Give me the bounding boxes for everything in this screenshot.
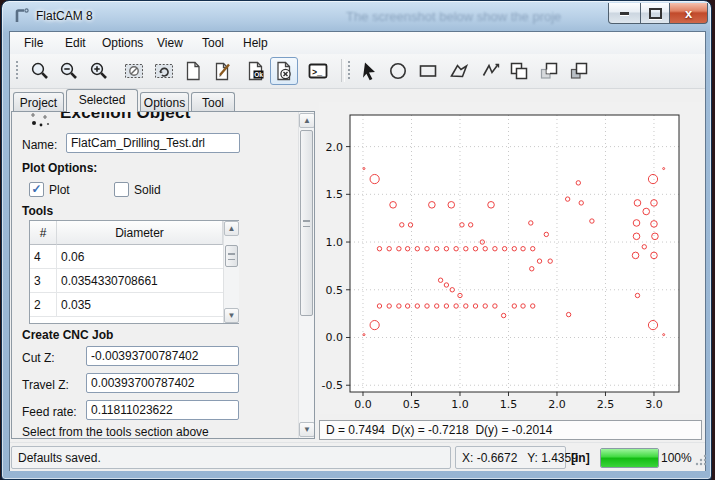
menu-edit[interactable]: Edit [61,35,90,51]
draw-polygon-button[interactable] [445,57,473,85]
cursor-coordinates: X: -0.6672 Y: 1.4359 [455,446,566,469]
minimize-button[interactable] [608,3,641,24]
command-line-icon: >_ [307,60,329,82]
progress-percent: 100% [661,451,692,465]
zoom-fit-icon [29,60,51,82]
zoom-in-icon [88,60,110,82]
draw-polygon-icon [448,60,470,82]
feedrate-label: Feed rate: [22,405,77,419]
menu-options[interactable]: Options [98,35,147,51]
svg-text:Ok: Ok [254,71,263,78]
clear-plot-icon [123,60,145,82]
tool-diameter: 0.06 [61,250,84,264]
drill-scatter-plot: 0.00.51.01.52.02.53.02.01.51.00.50.0-0.5 [319,102,703,414]
tab-selected[interactable]: Selected [66,89,138,112]
selected-tab-panel: Excellon Object Name: Plot Options: ✓ Pl… [11,111,315,439]
join-button[interactable] [565,57,593,85]
travelz-label: Travel Z: [22,378,69,392]
name-input[interactable] [66,133,240,153]
table-row[interactable]: 3 0.0354330708661 [30,269,223,293]
plot-checkbox-label[interactable]: Plot [49,183,70,197]
tools-table[interactable]: # Diameter 4 0.06 3 0.0354330708661 [29,220,239,324]
tools-label: Tools [22,204,53,218]
table-scrollbar[interactable]: ▲ ▼ [223,221,239,323]
subtract-button[interactable] [535,57,563,85]
toolbar-grip-2[interactable] [347,60,351,81]
window-controls: x [608,3,708,24]
tools-hint: Select from the tools section above [22,425,209,439]
close-button[interactable]: x [670,3,708,24]
pointer-tool-button[interactable] [356,57,384,85]
toolbar-grip[interactable] [15,60,19,81]
progress-bar [600,448,659,468]
plot-canvas[interactable]: 0.00.51.01.52.02.53.02.01.51.00.50.0-0.5 [319,102,703,414]
resize-grip-icon[interactable] [694,453,708,467]
maximize-button[interactable] [641,3,670,24]
edit-document-button[interactable] [208,57,236,85]
tab-options[interactable]: Options [140,92,189,112]
plot-checkbox[interactable]: ✓ [29,182,44,197]
delete-document-button[interactable] [270,57,298,85]
flatcam-window: FlatCAM 8 The screenshot below show the … [1,0,712,480]
table-scroll-up-icon[interactable]: ▲ [224,221,239,236]
clear-plot-button[interactable] [120,57,148,85]
svg-text:2.0: 2.0 [326,141,344,154]
draw-rectangle-button[interactable] [414,57,442,85]
maximize-icon [649,8,662,19]
tab-tool[interactable]: Tool [191,92,235,112]
col-header-diameter[interactable]: Diameter [57,221,223,245]
background-ghost-text: The screenshot below show the proje [346,9,606,24]
svg-text:0.5: 0.5 [326,284,344,297]
solid-checkbox-label[interactable]: Solid [134,183,161,197]
measurement-readout: D = 0.7494 D(x) = -0.7218 D(y) = -0.2014 [319,420,702,440]
tab-project[interactable]: Project [13,92,64,112]
toolbar: Ok >_ [10,54,705,89]
client-area: File Edit Options View Tool Help [9,31,706,471]
minimize-icon [620,12,629,15]
units-label: [in] [571,451,590,465]
plot-options-label: Plot Options: [22,161,97,175]
menu-file[interactable]: File [20,35,47,51]
menu-tool[interactable]: Tool [198,35,228,51]
cutz-label: Cut Z: [22,351,55,365]
svg-text:2.5: 2.5 [597,398,615,411]
titlebar[interactable]: FlatCAM 8 The screenshot below show the … [2,1,711,31]
union-button[interactable] [505,57,533,85]
svg-text:0.5: 0.5 [403,398,421,411]
panel-scrollbar[interactable]: ▲ ▼ [298,112,315,438]
command-line-button[interactable]: >_ [304,57,332,85]
pointer-icon [359,60,381,82]
svg-text:0.0: 0.0 [354,398,372,411]
panel-scrollbar-thumb[interactable] [300,130,313,316]
svg-text:1.0: 1.0 [326,236,344,249]
solid-checkbox[interactable] [114,182,129,197]
table-row[interactable]: 2 0.035 [30,293,223,317]
replot-button[interactable] [150,57,178,85]
ok-document-icon: Ok [245,60,267,82]
svg-text:0.0: 0.0 [326,331,344,344]
draw-circle-button[interactable] [384,57,412,85]
table-scrollbar-thumb[interactable] [225,245,238,267]
new-document-button[interactable] [179,57,207,85]
table-scroll-down-icon[interactable]: ▼ [224,308,239,323]
subtract-icon [538,60,560,82]
zoom-in-button[interactable] [85,57,113,85]
ok-document-button[interactable]: Ok [242,57,270,85]
cutz-input[interactable] [86,346,239,366]
join-icon [568,60,590,82]
menu-view[interactable]: View [153,35,187,51]
panel-scroll-down-icon[interactable]: ▼ [299,422,315,437]
zoom-fit-button[interactable] [26,57,54,85]
draw-path-button[interactable] [477,57,505,85]
menu-help[interactable]: Help [239,35,272,51]
excellon-object-icon [28,111,52,131]
svg-text:3.0: 3.0 [645,398,663,411]
table-row[interactable]: 4 0.06 [30,245,223,269]
feedrate-input[interactable] [86,400,239,420]
draw-rectangle-icon [417,60,439,82]
tool-diameter: 0.035 [61,298,91,312]
travelz-input[interactable] [86,373,239,393]
zoom-out-button[interactable] [55,57,83,85]
panel-scroll-up-icon[interactable]: ▲ [299,113,315,128]
col-header-number[interactable]: # [30,221,57,245]
